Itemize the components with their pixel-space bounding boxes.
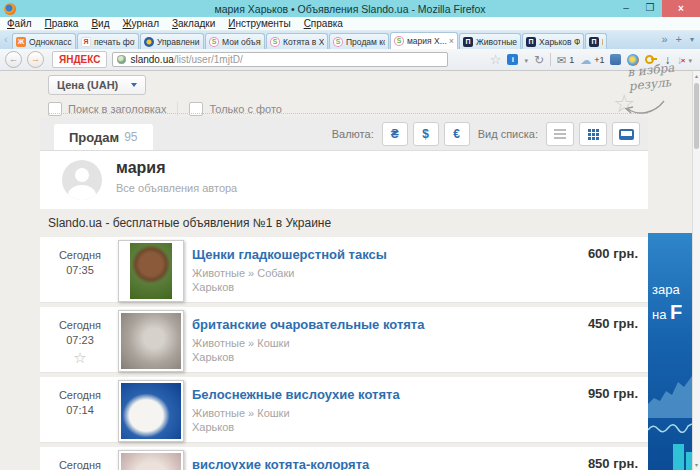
tab-scroll-left-icon[interactable]: ‹ [0, 31, 12, 49]
tab-close-icon[interactable] [447, 36, 454, 46]
currency-usd-button[interactable]: $ [413, 122, 439, 146]
site-identity-icon[interactable] [117, 55, 126, 64]
toolbar-divider [550, 53, 551, 66]
url-domain: slando.ua [130, 54, 173, 65]
listing-category: Животные » Кошки [192, 337, 290, 349]
menu-file[interactable]: Файл [7, 18, 32, 29]
tab-partial[interactable]: Г [585, 33, 607, 49]
new-tab-icon[interactable] [676, 33, 682, 45]
banner-line1: зара [652, 279, 682, 301]
badge-favicon-icon [144, 37, 154, 47]
blocked-download-icon[interactable] [676, 53, 682, 67]
address-bar[interactable]: slando.ua /list/user/1mjtD/ [112, 52, 448, 67]
forward-button[interactable] [27, 51, 44, 68]
menu-edit[interactable]: Правка [45, 18, 79, 29]
menu-tools[interactable]: Инструменты [228, 18, 290, 29]
strip-controls: Валюта: ₴ $ € Вид списка: [329, 122, 640, 146]
listing-row[interactable]: Сегодня 07:14 Белоснежные вислоухие котя… [40, 377, 648, 443]
menu-help[interactable]: Справка [304, 18, 343, 29]
bookmark-star-icon[interactable] [490, 53, 502, 67]
site-tagline: Slando.ua - бесплатные объявления №1 в У… [40, 209, 648, 237]
tab-kharkov-forum[interactable]: Харьков Фо... [522, 33, 584, 49]
menu-history[interactable]: Журнал [122, 18, 159, 29]
scrollbar-thumb[interactable] [694, 83, 699, 149]
tab-management[interactable]: Управлени... [140, 33, 204, 49]
listing-city: Харьков [192, 351, 234, 363]
listing-price: 850 грн. [588, 456, 638, 470]
price-dropdown[interactable]: Цена (UAH) [48, 75, 146, 95]
currency-eur-button[interactable]: € [444, 122, 470, 146]
tab-odnoklassniki[interactable]: Однокласс... [12, 33, 76, 49]
list-view-button[interactable] [546, 122, 574, 146]
listing-title-link[interactable]: британские очаровательные котята [192, 317, 424, 332]
puppy-photo [130, 243, 172, 299]
weather-cloud-icon[interactable] [580, 53, 591, 67]
listing-row[interactable]: Сегодня вислоухие котята-колорята 850 гр… [40, 447, 648, 470]
chevron-down-icon [131, 83, 137, 87]
mail-badge: 1 [569, 55, 574, 65]
firefox-icon [4, 3, 16, 15]
tab-my-ads[interactable]: Мои объяв... [205, 33, 265, 49]
banner-line2-big: F [670, 301, 682, 323]
extension-app-icon[interactable] [610, 54, 621, 65]
list-tabs-icon[interactable] [690, 32, 694, 46]
listing-time: 07:14 [66, 404, 94, 416]
gallery-view-button[interactable] [612, 122, 640, 146]
toolbar-overflow-icon[interactable] [688, 52, 692, 68]
window-controls: – ❐ × [614, 0, 700, 17]
close-icon[interactable]: × [662, 0, 700, 17]
yandex-elements-icon[interactable] [507, 54, 518, 65]
listing-row[interactable]: Сегодня 07:23 британские очаровательные … [40, 307, 648, 373]
banner-line2: на [652, 307, 666, 322]
results-count: 95 [124, 130, 137, 144]
kitten-photo [121, 453, 181, 470]
listing-title-link[interactable]: Щенки гладкошерстной таксы [192, 247, 387, 262]
page-content: Цена (UAH) Поиск в заголовках Только с ф… [0, 71, 692, 470]
menu-bar: Файл Правка Вид Журнал Закладки Инструме… [0, 17, 700, 31]
listing-title-link[interactable]: Белоснежные вислоухие котята [192, 387, 400, 402]
restore-icon[interactable]: ❐ [638, 0, 662, 17]
listing-time: 07:23 [66, 334, 94, 346]
tab-maria-active[interactable]: мария Х... [390, 32, 458, 49]
listing-price: 950 грн. [588, 386, 638, 401]
scrollbar[interactable] [692, 71, 700, 470]
scroll-up-icon[interactable] [693, 71, 700, 81]
listing-row[interactable]: Сегодня 07:35 Щенки гладкошерстной таксы… [40, 237, 648, 303]
avatar[interactable] [62, 160, 102, 200]
listing-date: Сегодня [59, 319, 101, 331]
tab-kittens[interactable]: Котята в Ха... [266, 33, 328, 49]
favorite-star-icon[interactable] [48, 349, 112, 367]
listing-thumbnail[interactable] [118, 450, 184, 470]
tab-scroll-right-icon[interactable] [661, 33, 667, 45]
scroll-down-icon[interactable] [693, 460, 700, 470]
avatar-head-icon [75, 168, 89, 182]
dotted-separator [48, 113, 648, 114]
minimize-icon[interactable]: – [614, 0, 638, 17]
grid-view-button[interactable] [579, 122, 607, 146]
odnoklassniki-favicon-icon [16, 37, 26, 47]
listing-title-link[interactable]: вислоухие котята-колорята [192, 457, 369, 470]
results-toolbar: Продам 95 Валюта: ₴ $ € Вид списка: [40, 117, 648, 151]
listing-thumbnail[interactable] [118, 310, 184, 372]
listing-thumbnail[interactable] [118, 380, 184, 442]
mail-icon[interactable] [557, 53, 566, 67]
slando-favicon-icon [333, 37, 343, 47]
menu-bookmarks[interactable]: Закладки [172, 18, 215, 29]
forex-ad-banner[interactable]: зара на F [648, 233, 692, 470]
menu-view[interactable]: Вид [91, 18, 109, 29]
kitten-photo [121, 313, 181, 369]
listing-thumbnail[interactable] [118, 240, 184, 302]
tabbar-controls [661, 32, 700, 49]
avatar-body-icon [68, 185, 96, 200]
tab-animals[interactable]: Животные ... [459, 33, 521, 49]
tab-print-photo[interactable]: печать фот... [77, 33, 139, 49]
firefox-window: мария Харьков • Объявления Slando.ua - M… [0, 0, 700, 470]
yandex-button[interactable]: ЯНДЕКС [52, 51, 107, 68]
currency-uah-button[interactable]: ₴ [382, 122, 408, 146]
tab-sell-active[interactable]: Продам 95 [54, 124, 153, 150]
back-button[interactable] [5, 51, 22, 68]
navigation-bar: ЯНДЕКС slando.ua /list/user/1mjtD/ 1 +1 [0, 49, 700, 71]
elements-dropdown-icon[interactable] [524, 52, 528, 68]
tab-sell[interactable]: Продам ко... [329, 33, 389, 49]
reload-icon[interactable] [534, 53, 544, 67]
